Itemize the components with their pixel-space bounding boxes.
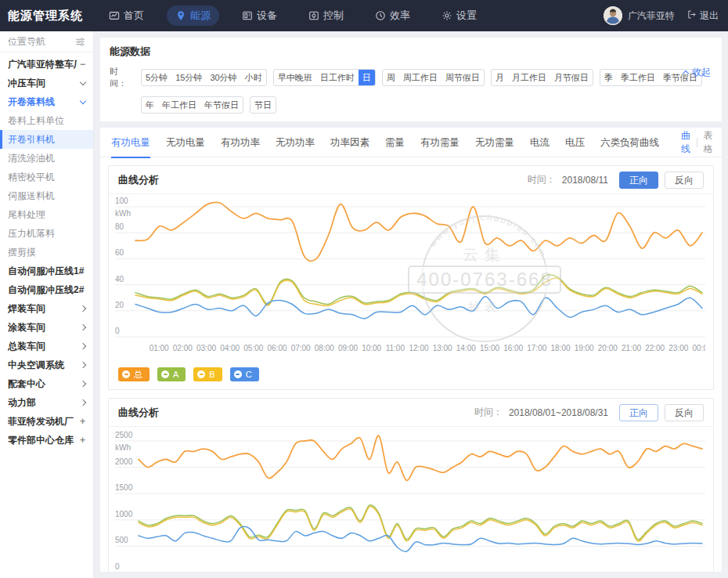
tab-1[interactable]: 有功电量 (111, 128, 150, 157)
nav-item-gear[interactable]: 设置 (433, 5, 485, 26)
time-filter-option[interactable]: 季 (600, 70, 617, 85)
legend-item[interactable]: 总 (118, 367, 150, 381)
chevron-down-icon[interactable] (80, 79, 86, 85)
time-filter-label: 时间： (110, 66, 135, 89)
sidebar-item[interactable]: 伺服送料机 (0, 186, 93, 205)
legend-item[interactable]: A (157, 367, 186, 381)
time-filter-option[interactable]: 5分钟 (142, 70, 171, 85)
filter-icon[interactable] (75, 37, 85, 47)
sidebar-item[interactable]: 菲亚特发动机厂+ (0, 412, 93, 431)
sidebar-item[interactable]: 涂装车间 (0, 318, 93, 337)
sidebar-item[interactable]: 焊装车间 (0, 299, 93, 318)
time-filter-option[interactable]: 年节假日 (200, 97, 243, 113)
view-mode-1[interactable]: 曲线 (675, 129, 697, 156)
y-tick-label: 100 (115, 197, 128, 205)
sidebar-item[interactable]: 精密校平机 (0, 168, 93, 186)
y-tick-label: 1000 (115, 510, 133, 518)
nav-item-device[interactable]: 设备 (233, 5, 286, 26)
y-axis-unit: kWh (115, 209, 131, 218)
collapse-link[interactable]: 收起 (683, 66, 711, 79)
plus-icon[interactable]: + (80, 435, 85, 445)
curve-chart-month[interactable]: 05001000150020002500kWh08.0108.0208.0308… (115, 430, 705, 572)
nav-item-control[interactable]: 控制 (300, 5, 352, 26)
nav-item-location[interactable]: 能源 (167, 5, 219, 26)
sidebar-item[interactable]: 摆剪摸 (0, 243, 93, 262)
time-filter-option[interactable]: 15分钟 (171, 70, 206, 85)
x-tick-label: 03:00 (196, 344, 216, 352)
curve-chart-day[interactable]: 020406080100kWh01:0002:0003:0004:0005:00… (115, 197, 705, 363)
tab-7[interactable]: 有功需量 (420, 128, 460, 157)
forward-button[interactable]: 正向 (619, 404, 658, 421)
time-filter-option[interactable]: 年 (142, 97, 158, 113)
forward-button[interactable]: 正向 (619, 172, 658, 189)
time-filter-option[interactable]: 月 (492, 70, 508, 85)
tab-4[interactable]: 无功功率 (276, 128, 315, 157)
avatar[interactable] (604, 6, 622, 25)
sidebar-item[interactable]: 清洗涂油机 (0, 149, 93, 168)
chevron-right-icon[interactable] (80, 399, 86, 406)
time-filter-option[interactable]: 30分钟 (206, 70, 240, 85)
view-mode-2[interactable]: 表格 (697, 129, 719, 156)
tab-2[interactable]: 无功电量 (166, 128, 205, 157)
time-filter-option[interactable]: 日工作时 (316, 70, 359, 85)
sidebar-item[interactable]: 广汽菲亚特整车厂− (0, 55, 93, 74)
time-filter-option[interactable]: 周节假日 (441, 70, 484, 85)
sidebar-item[interactable]: 中央空调系统 (0, 356, 93, 374)
sidebar-item[interactable]: 自动伺服冲压线2# (0, 280, 93, 299)
time-filter-option[interactable]: 早中晚班 (274, 70, 316, 85)
chevron-right-icon[interactable] (80, 343, 86, 349)
user-name[interactable]: 广汽菲亚特 (628, 9, 675, 23)
tab-8[interactable]: 无功需量 (475, 128, 514, 157)
tab-5[interactable]: 功率因素 (330, 128, 369, 157)
sidebar-item[interactable]: 冲压车间 (0, 74, 93, 92)
legend-marker-icon (122, 370, 130, 378)
sidebar-item[interactable]: 尾料处理 (0, 205, 93, 224)
chevron-right-icon[interactable] (80, 305, 86, 312)
y-tick-label: 40 (115, 275, 124, 284)
x-tick-label: 01:00 (150, 344, 169, 352)
reverse-button[interactable]: 反向 (665, 172, 704, 189)
time-filter-option[interactable]: 月工作日 (508, 70, 550, 85)
nav-item-clock[interactable]: 效率 (366, 5, 419, 26)
nav-item-home[interactable]: 首页 (100, 5, 153, 26)
time-filter-option[interactable]: 日 (359, 70, 375, 85)
time-filter-group: 节日 (250, 96, 276, 114)
sidebar-item[interactable]: 零件部中心仓库+ (0, 431, 93, 450)
reverse-button[interactable]: 反向 (665, 404, 704, 421)
tab-6[interactable]: 需量 (385, 128, 405, 157)
plus-icon[interactable]: + (80, 417, 85, 426)
tab-11[interactable]: 六类负荷曲线 (600, 128, 659, 157)
legend-item[interactable]: C (230, 367, 259, 381)
sidebar-item[interactable]: 开卷落料线 (0, 92, 93, 111)
time-filter-option[interactable]: 小时 (241, 70, 266, 85)
time-filter-option[interactable]: 年工作日 (158, 97, 200, 113)
time-filter-option[interactable]: 周工作日 (399, 70, 441, 85)
chevron-down-icon[interactable] (80, 98, 86, 104)
sidebar-item[interactable]: 自动伺服冲压线1# (0, 262, 93, 280)
x-tick-label: 11:00 (386, 344, 405, 352)
chevron-right-icon[interactable] (80, 381, 86, 387)
time-filter-option[interactable]: 周 (383, 70, 399, 85)
tab-3[interactable]: 有功功率 (221, 128, 260, 157)
nav-item-label: 能源 (190, 9, 211, 23)
time-filter-option[interactable]: 月节假日 (550, 70, 593, 85)
logout-button[interactable]: 退出 (687, 9, 719, 23)
time-filter-option[interactable]: 节日 (250, 97, 276, 113)
sidebar-item[interactable]: 开卷引料机 (0, 130, 93, 149)
y-tick-label: 1500 (115, 483, 133, 492)
sidebar-item[interactable]: 压力机落料 (0, 224, 93, 243)
time-filter-option[interactable]: 季工作日 (617, 70, 659, 85)
sidebar-item[interactable]: 动力部 (0, 393, 93, 412)
chevron-right-icon[interactable] (80, 362, 86, 368)
legend-item[interactable]: B (193, 367, 222, 381)
sidebar-item[interactable]: 总装车间 (0, 337, 93, 356)
minus-icon[interactable]: − (80, 60, 85, 69)
sidebar-item[interactable]: 卷料上料单位 (0, 111, 93, 130)
sidebar-item[interactable]: 配套中心 (0, 374, 93, 393)
tab-10[interactable]: 电压 (565, 128, 585, 157)
y-tick-label: 500 (115, 536, 128, 544)
y-axis-unit: kWh (115, 443, 131, 452)
chevron-right-icon[interactable] (80, 324, 86, 331)
nav-item-label: 效率 (390, 9, 410, 23)
tab-9[interactable]: 电流 (530, 128, 550, 157)
